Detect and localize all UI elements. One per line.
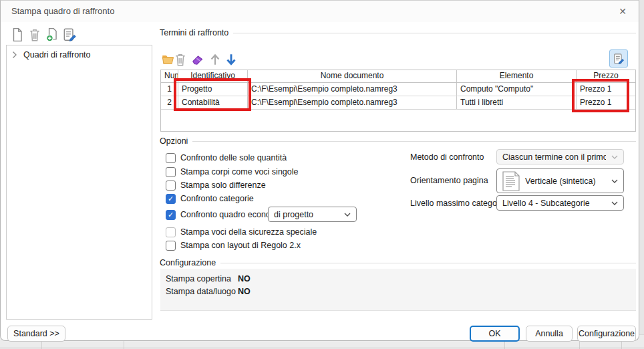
close-icon[interactable]: ✕ [613,3,632,19]
checkbox-label: Confronto categorie [180,194,254,203]
checkbox-label: Stampa corpi come voci singole [180,167,298,177]
dialog-stampa-quadro-di-raffronto: Stampa quadro di raffronto ✕ Quadri di r… [0,0,639,341]
configuration-button[interactable]: Configurazione [577,326,636,342]
select-value: Livello 4 - Subcategorie [502,199,606,208]
tree-item-quadri-di-raffronto[interactable]: Quadri di raffronto [12,50,91,60]
checkbox-box[interactable] [166,241,176,251]
orientamento-pagina-select[interactable]: Verticale (sintetica) [496,168,624,193]
column-header-nome-documento[interactable]: Nome documento [248,70,457,82]
highlight-box-identificativo [174,78,251,111]
metodo-confronto-select[interactable]: Ciascun termine con il primo [496,149,624,164]
checkbox-sicurezza-speciale[interactable]: Stampa voci della sicurezza speciale [166,227,317,237]
select-value: Ciascun termine con il primo [502,152,606,162]
checkbox-stampa-solo-differenze[interactable]: Stampa solo differenze [166,180,266,191]
duplicate-icon[interactable] [45,27,59,42]
checkbox-box[interactable] [166,210,176,220]
edit-columns-icon [613,53,625,65]
ok-button[interactable]: OK [470,326,520,342]
column-header-elemento[interactable]: Elemento [457,70,577,82]
checkbox-confronto-sole-quantita[interactable]: Confronto delle sole quantità [166,152,287,163]
screen: Stampa quadro di raffronto ✕ Quadri di r… [0,0,644,349]
chevron-down-icon [611,179,618,183]
group-divider [233,33,636,33]
checkbox-label: Stampa solo differenze [180,181,266,190]
checkbox-stampa-corpi-voci-singole[interactable]: Stampa corpi come voci singole [166,166,298,177]
cell-elemento: Computo "Computo" [457,83,577,96]
group-configurazione-header: Configurazione [160,258,636,267]
checkbox-box[interactable] [166,167,176,177]
configuration-summary-panel: Stampa copertina NO Stampa data/luogo NO [160,269,636,311]
new-document-icon[interactable] [10,27,25,42]
cell-nome-documento: C:\F\Esempi\Esempio completo.namreg3 [248,83,457,96]
chevron-down-icon [344,213,351,217]
config-row-value: NO [238,287,251,296]
dialog-title: Stampa quadro di raffronto [11,6,114,16]
group-opzioni-header: Opzioni [160,136,636,146]
standard-button[interactable]: Standard >> [7,326,65,342]
edit-icon[interactable] [62,27,77,42]
config-row-label: Stampa data/luogo [166,287,236,296]
tree-panel: Quadri di raffronto [6,45,152,320]
checkbox-label: Confronto delle sole quantità [180,153,287,162]
checkbox-box[interactable] [166,181,176,191]
checkbox-box[interactable] [166,227,176,237]
eraser-icon[interactable] [190,52,205,67]
checkbox-box[interactable] [166,194,176,204]
title-bar: Stampa quadro di raffronto ✕ [1,1,639,22]
chevron-down-icon [611,201,618,205]
background-divider [0,348,644,348]
livello-massimo-label: Livello massimo categorie [410,199,506,208]
group-configurazione-label: Configurazione [160,258,216,267]
tree-item-label: Quadri di raffronto [23,50,91,60]
orientamento-pagina-label: Orientamento pagina [410,176,488,185]
metodo-confronto-label: Metodo di confronto [410,152,484,162]
delete-icon[interactable] [27,27,42,42]
chevron-right-icon [12,51,17,59]
livello-massimo-select[interactable]: Livello 4 - Subcategorie [496,195,624,211]
select-value: di progetto [274,210,339,219]
checkbox-confronto-categorie[interactable]: Confronto categorie [166,193,254,204]
checkbox-box[interactable] [166,153,176,163]
move-down-icon[interactable] [224,52,238,67]
group-divider [220,263,636,263]
group-divider [192,141,636,142]
group-opzioni-label: Opzioni [160,136,188,146]
cancel-button[interactable]: Annulla [526,326,573,342]
portrait-page-icon [502,171,520,191]
delete-term-icon[interactable] [173,52,188,67]
config-row-value: NO [238,274,251,283]
quadro-economico-select[interactable]: di progetto [268,207,357,222]
edit-columns-toggle-button[interactable] [609,49,628,68]
checkbox-layout-regolo[interactable]: Stampa con layout di Regolo 2.x [166,240,301,251]
group-termini-label: Termini di raffronto [160,28,228,37]
checkbox-label: Stampa voci della sicurezza speciale [180,227,317,237]
highlight-box-prezzo [572,79,629,112]
move-up-icon[interactable] [208,52,222,67]
cell-elemento: Tutti i libretti [457,96,577,109]
select-value: Verticale (sintetica) [525,177,606,186]
group-termini-header: Termini di raffronto [160,28,636,37]
checkbox-label: Stampa con layout di Regolo 2.x [180,241,301,250]
config-row-label: Stampa copertina [166,274,231,283]
cell-nome-documento: C:\F\Esempi\Esempio completo.namreg3 [248,96,457,109]
chevron-down-icon [611,155,618,159]
